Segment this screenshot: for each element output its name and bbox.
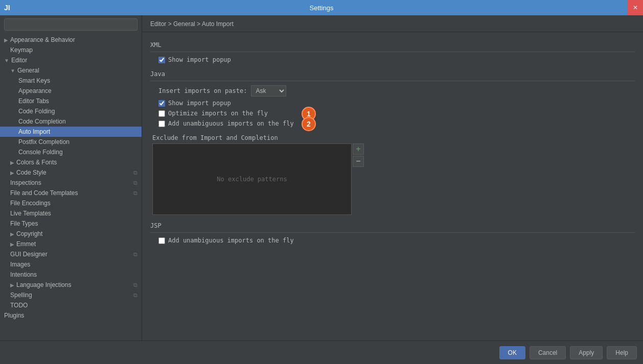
sidebar-item-label: Appearance — [18, 87, 52, 94]
add-unambiguous-java-checkbox[interactable] — [158, 120, 165, 127]
arrow-icon: ▶ — [4, 37, 8, 43]
sidebar-item-editor-tabs[interactable]: Editor Tabs — [0, 96, 142, 106]
help-button[interactable]: Help — [607, 346, 637, 359]
jsp-label: JSP — [150, 222, 635, 229]
sidebar-item-gui-designer[interactable]: GUI Designer⧉ — [0, 249, 142, 259]
sidebar-item-label: Smart Keys — [18, 77, 50, 84]
sidebar-item-label: Intentions — [10, 271, 37, 278]
copy-icon: ⧉ — [133, 190, 137, 197]
jsp-unambiguous-checkbox[interactable] — [158, 237, 165, 244]
ok-button[interactable]: OK — [499, 346, 525, 359]
sidebar-item-colors-fonts[interactable]: ▶ Colors & Fonts — [0, 157, 142, 167]
sidebar-item-auto-import[interactable]: Auto Import — [0, 127, 142, 137]
sidebar-item-label: Spelling — [10, 292, 32, 299]
window-title: Settings — [310, 4, 334, 12]
sidebar-item-label: Live Templates — [10, 210, 51, 217]
sidebar-item-copyright[interactable]: ▶ Copyright — [0, 229, 142, 239]
optimize-imports-label: Optimize imports on the fly — [168, 110, 268, 117]
sidebar-item-label: File Types — [10, 220, 38, 227]
xml-show-import-checkbox[interactable] — [158, 57, 165, 63]
sidebar-item-emmet[interactable]: ▶ Emmet — [0, 239, 142, 249]
insert-imports-label: Insert imports on paste: — [158, 87, 247, 94]
title-bar: JI Settings ✕ — [0, 0, 643, 15]
java-section: Java Insert imports on paste: Ask Always… — [150, 70, 635, 127]
arrow-icon: ▶ — [10, 231, 14, 237]
sidebar-item-label: GUI Designer — [10, 251, 48, 258]
arrow-icon: ▶ — [10, 170, 14, 176]
close-button[interactable]: ✕ — [628, 0, 643, 15]
sidebar-item-postfix-completion[interactable]: Postfix Completion — [0, 137, 142, 147]
search-input[interactable] — [4, 18, 137, 31]
xml-show-import-row: Show import popup — [158, 56, 635, 63]
sidebar-item-label: Plugins — [4, 312, 24, 319]
add-unambiguous-java-row: Add unambiguous imports on the fly 2 — [158, 120, 635, 127]
sidebar-item-label: TODO — [10, 302, 28, 309]
panel-body: XML Show import popup Java Insert import… — [142, 32, 643, 341]
sidebar-item-label: Keymap — [10, 46, 33, 54]
main-container: ▶ Appearance & BehaviorKeymap▼ Editor▼ G… — [0, 15, 643, 341]
sidebar-item-label: Postfix Completion — [18, 138, 70, 145]
java-label: Java — [150, 70, 635, 78]
exclude-section: Exclude from Import and Completion No ex… — [152, 134, 635, 215]
sidebar-item-label: Code Style — [16, 169, 47, 176]
optimize-imports-checkbox[interactable] — [158, 110, 165, 117]
jsp-unambiguous-row: Add unambiguous imports on the fly — [158, 237, 635, 244]
sidebar-item-label: Editor — [11, 57, 27, 64]
xml-show-import-label: Show import popup — [168, 56, 231, 63]
copy-icon: ⧉ — [133, 251, 137, 258]
sidebar-item-live-templates[interactable]: Live Templates — [0, 208, 142, 219]
sidebar-item-smart-keys[interactable]: Smart Keys — [0, 76, 142, 86]
sidebar-item-keymap[interactable]: Keymap — [0, 45, 142, 55]
exclude-header: Exclude from Import and Completion — [152, 134, 635, 141]
arrow-icon: ▶ — [10, 282, 14, 288]
sidebar-item-editor[interactable]: ▼ Editor — [0, 55, 142, 65]
sidebar-item-label: Language Injections — [16, 281, 71, 288]
exclude-empty-text: No exclude patterns — [153, 144, 351, 214]
sidebar-item-file-code-templates[interactable]: File and Code Templates⧉ — [0, 188, 142, 198]
sidebar-item-code-completion[interactable]: Code Completion — [0, 116, 142, 127]
add-unambiguous-java-label: Add unambiguous imports on the fly — [168, 120, 294, 127]
sidebar-item-label: Console Folding — [18, 149, 63, 156]
sidebar-item-label: Emmet — [16, 240, 36, 248]
sidebar-item-file-types[interactable]: File Types — [0, 219, 142, 229]
insert-imports-select[interactable]: Ask Always Never — [251, 85, 286, 96]
sidebar-item-plugins[interactable]: Plugins — [0, 310, 142, 321]
java-show-import-label: Show import popup — [168, 100, 231, 107]
sidebar-item-file-encodings[interactable]: File Encodings — [0, 198, 142, 208]
sidebar-item-label: General — [17, 67, 39, 74]
sidebar-item-label: Inspections — [10, 179, 41, 186]
sidebar-item-code-style[interactable]: ▶ Code Style⧉ — [0, 167, 142, 178]
sidebar-item-intentions[interactable]: Intentions — [0, 270, 142, 280]
sidebar-item-images[interactable]: Images — [0, 259, 142, 270]
exclude-remove-button[interactable]: − — [353, 156, 364, 167]
sidebar-item-label: Colors & Fonts — [16, 159, 57, 166]
java-show-import-checkbox[interactable] — [158, 100, 165, 107]
jsp-section: JSP Add unambiguous imports on the fly — [150, 222, 635, 244]
sidebar-item-appearance[interactable]: Appearance — [0, 86, 142, 96]
xml-section: XML Show import popup — [150, 41, 635, 63]
exclude-add-button[interactable]: + — [353, 143, 364, 155]
exclude-toolbar: + − — [353, 143, 364, 167]
sidebar-item-general[interactable]: ▼ General — [0, 65, 142, 76]
sidebar-item-label: Auto Import — [18, 128, 50, 135]
annotation-2: 2 — [302, 117, 316, 131]
sidebar-item-appearance-behavior[interactable]: ▶ Appearance & Behavior — [0, 35, 142, 45]
insert-imports-row: Insert imports on paste: Ask Always Neve… — [158, 85, 635, 96]
sidebar-item-inspections[interactable]: Inspections⧉ — [0, 178, 142, 188]
sidebar-item-todo[interactable]: TODO — [0, 300, 142, 310]
sidebar-item-console-folding[interactable]: Console Folding — [0, 147, 142, 157]
arrow-icon: ▶ — [10, 241, 14, 247]
arrow-icon: ▶ — [10, 160, 14, 165]
copy-icon: ⧉ — [133, 180, 137, 186]
app-logo: JI — [4, 4, 10, 12]
cancel-button[interactable]: Cancel — [530, 346, 566, 359]
arrow-icon: ▼ — [4, 58, 9, 63]
sidebar-item-label: File and Code Templates — [10, 189, 78, 197]
apply-button[interactable]: Apply — [570, 346, 603, 359]
sidebar-item-code-folding[interactable]: Code Folding — [0, 106, 142, 116]
arrow-icon: ▼ — [10, 68, 15, 74]
tree-container: ▶ Appearance & BehaviorKeymap▼ Editor▼ G… — [0, 34, 142, 341]
sidebar-item-spelling[interactable]: Spelling⧉ — [0, 290, 142, 300]
sidebar-item-language-injections[interactable]: ▶ Language Injections⧉ — [0, 280, 142, 290]
java-show-import-row: Show import popup — [158, 100, 635, 107]
